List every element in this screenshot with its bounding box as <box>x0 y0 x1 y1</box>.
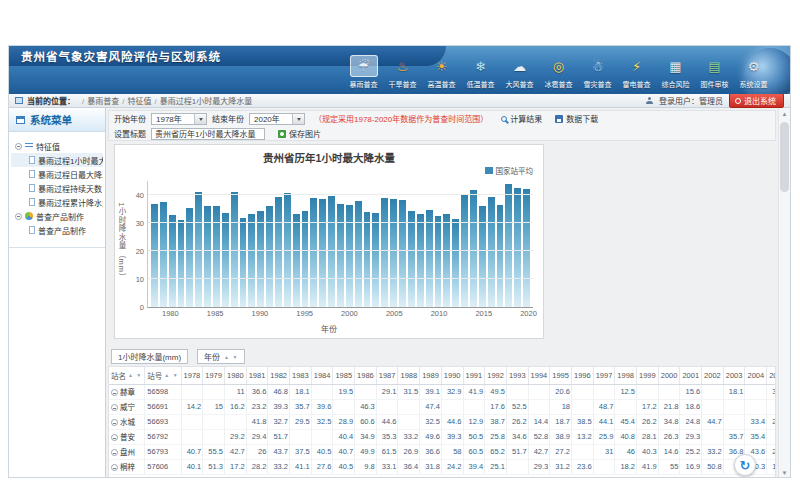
nav-item-rainstorm-survey[interactable]: ☔暴雨普查 <box>344 55 383 89</box>
breadcrumb-segment[interactable]: 暴雨过程1小时最大降水量 <box>160 97 252 106</box>
value-cell <box>376 399 398 414</box>
save-image-button[interactable]: 保存图片 <box>278 128 321 139</box>
year-header-2004[interactable]: 2004 <box>745 367 767 384</box>
value-cell: 28.9 <box>333 414 355 429</box>
expand-toggle-icon[interactable] <box>15 213 22 220</box>
expand-toggle-icon[interactable] <box>15 143 22 150</box>
row-expand-icon[interactable] <box>111 419 118 426</box>
row-expand-icon[interactable] <box>111 389 118 396</box>
year-header-1989[interactable]: 1989 <box>420 367 442 384</box>
year-header-1993[interactable]: 1993 <box>506 367 528 384</box>
year-header-1996[interactable]: 1996 <box>571 367 593 384</box>
value-cell: 29.2 <box>224 429 246 444</box>
nav-item-low-temp-survey[interactable]: ❄低温普查 <box>461 55 500 89</box>
comprehensive-risk-icon-box: ▦ <box>662 55 690 77</box>
sidebar-group-label: 特征值 <box>36 141 60 152</box>
station-name-header[interactable]: 站名▲ ▼ <box>109 367 145 384</box>
year-header-1990[interactable]: 1990 <box>441 367 463 384</box>
year-header-1991[interactable]: 1991 <box>463 367 485 384</box>
nav-item-drought-survey[interactable]: ♨干旱普查 <box>383 55 422 89</box>
year-header-1983[interactable]: 1983 <box>290 367 312 384</box>
year-header-2005[interactable]: 2005 <box>767 367 776 384</box>
year-header-2000[interactable]: 2000 <box>658 367 680 384</box>
year-header-1998[interactable]: 1998 <box>615 367 637 384</box>
sidebar-item[interactable]: 普查产品制作 <box>11 223 103 237</box>
year-header-1999[interactable]: 1999 <box>637 367 659 384</box>
sort-arrows-icon[interactable]: ▲ ▼ <box>128 372 142 378</box>
year-column-field[interactable]: 年份 ▲ ▼ <box>197 349 245 364</box>
sidebar-item[interactable]: 暴雨过程持续天数 <box>11 181 103 195</box>
logout-button[interactable]: 退出系统 <box>729 93 784 108</box>
row-expand-icon[interactable] <box>111 464 118 471</box>
value-cell: 39.4 <box>463 459 485 474</box>
hail-survey-icon: ◎ <box>553 60 564 73</box>
sidebar-item[interactable]: 暴雨过程日最大降水量 <box>11 167 103 181</box>
year-header-2003[interactable]: 2003 <box>723 367 745 384</box>
page-icon <box>29 226 35 234</box>
year-header-1981[interactable]: 1981 <box>246 367 268 384</box>
value-cell: 40.5 <box>333 459 355 474</box>
year-header-1992[interactable]: 1992 <box>485 367 507 384</box>
year-header-1987[interactable]: 1987 <box>376 367 398 384</box>
sidebar-group-特征值[interactable]: 特征值 <box>11 139 103 153</box>
calculate-button[interactable]: 计算结果 <box>501 113 542 124</box>
year-header-1994[interactable]: 1994 <box>528 367 550 384</box>
station-name-cell: 普安 <box>109 429 145 444</box>
year-header-1979[interactable]: 1979 <box>203 367 225 384</box>
scroll-up-icon[interactable]: ▲ <box>779 108 790 120</box>
year-header-1985[interactable]: 1985 <box>333 367 355 384</box>
vertical-scrollbar[interactable]: ▲ ▼ <box>778 108 790 478</box>
value-cell: 31 <box>593 444 615 459</box>
station-name-cell: 赫章 <box>109 384 145 399</box>
table-body: 赫章565981136.646.818.119.529.131.539.132.… <box>109 384 776 474</box>
year-header-1978[interactable]: 1978 <box>181 367 203 384</box>
data-table-container: 站名▲ ▼站号▲ ▼197819791980198119821983198419… <box>108 366 776 478</box>
value-cell: 24.2 <box>441 459 463 474</box>
measure-field[interactable]: 1小时降水量(mm) <box>111 349 188 364</box>
year-header-2001[interactable]: 2001 <box>680 367 702 384</box>
bar-1988 <box>240 218 247 307</box>
end-year-select[interactable]: 2020年 <box>249 113 305 125</box>
nav-item-lightning-survey[interactable]: ⚡雷电普查 <box>617 55 656 89</box>
sort-arrows-icon[interactable]: ▲ ▼ <box>164 372 178 378</box>
chart-title-input[interactable] <box>151 128 265 140</box>
value-cell: 38.7 <box>485 414 507 429</box>
year-header-1984[interactable]: 1984 <box>311 367 333 384</box>
year-header-1995[interactable]: 1995 <box>550 367 572 384</box>
row-expand-icon[interactable] <box>111 434 118 441</box>
nav-item-hail-survey[interactable]: ◎冰雹普查 <box>539 55 578 89</box>
sidebar-group-普查产品制作[interactable]: 普查产品制作 <box>11 209 103 223</box>
value-cell: 55 <box>658 459 680 474</box>
nav-item-map-review[interactable]: ▤图件审核 <box>695 55 734 89</box>
breadcrumb-segment[interactable]: 暴雨普查 <box>87 97 119 106</box>
scrollbar-thumb[interactable] <box>780 122 789 192</box>
nav-item-high-temp-survey[interactable]: ☀高温普查 <box>422 55 461 89</box>
row-expand-icon[interactable] <box>111 449 118 456</box>
year-header-2002[interactable]: 2002 <box>702 367 724 384</box>
floating-action-button[interactable]: ↻ <box>734 454 756 476</box>
year-header-1982[interactable]: 1982 <box>268 367 290 384</box>
start-year-select[interactable]: 1978年 <box>151 113 207 125</box>
value-cell: 41.1 <box>290 459 312 474</box>
nav-item-comprehensive-risk[interactable]: ▦综合风险 <box>656 55 695 89</box>
value-cell <box>463 399 485 414</box>
breadcrumb-segment[interactable]: 特征值 <box>127 97 151 106</box>
scroll-down-icon[interactable]: ▼ <box>779 467 790 478</box>
value-cell: 52.5 <box>506 399 528 414</box>
value-cell: 26.3 <box>658 429 680 444</box>
year-header-1980[interactable]: 1980 <box>224 367 246 384</box>
chart-legend[interactable]: 国家站平均 <box>485 165 534 176</box>
nav-item-system-settings[interactable]: ⚙系统设置 <box>734 55 773 89</box>
station-id-header[interactable]: 站号▲ ▼ <box>145 367 181 384</box>
year-header-1986[interactable]: 1986 <box>355 367 377 384</box>
sidebar-item[interactable]: 暴雨过程累计降水量 <box>11 195 103 209</box>
year-header-1997[interactable]: 1997 <box>593 367 615 384</box>
download-button[interactable]: 数据下载 <box>555 113 598 124</box>
sidebar-item[interactable]: 暴雨过程1小时最大降水量 <box>11 153 103 167</box>
year-header-1988[interactable]: 1988 <box>398 367 420 384</box>
gridline <box>148 278 533 279</box>
nav-item-snow-survey[interactable]: ☃雪灾普查 <box>578 55 617 89</box>
nav-item-wind-survey[interactable]: ☁大风普查 <box>500 55 539 89</box>
value-cell: 55.5 <box>203 444 225 459</box>
row-expand-icon[interactable] <box>111 404 118 411</box>
